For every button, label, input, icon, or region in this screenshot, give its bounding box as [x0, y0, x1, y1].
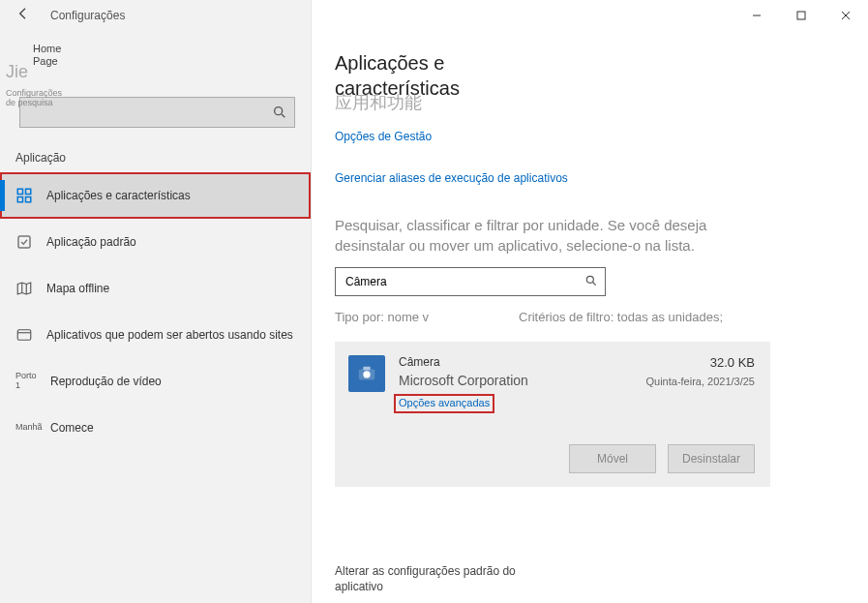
app-actions: Móvel Desinstalar [348, 444, 755, 473]
app-publisher: Microsoft Corporation [399, 373, 596, 388]
app-meta: Câmera Microsoft Corporation Opções avan… [399, 355, 596, 413]
svg-point-8 [586, 276, 593, 283]
section-header: Aplicação [0, 128, 311, 172]
sidebar: Configurações Jie Home Page Configuraçõe… [0, 0, 312, 603]
bottom-section: Alterar as configurações padrão do aplic… [335, 564, 839, 603]
websites-icon [15, 326, 33, 344]
svg-rect-6 [17, 330, 31, 341]
svg-rect-4 [26, 197, 31, 202]
svg-point-0 [275, 107, 283, 115]
app-name: Câmera [399, 355, 596, 369]
search-icon[interactable] [272, 105, 287, 120]
home-link[interactable]: Home Page [0, 31, 311, 72]
description-text: Pesquisar, classificar e filtrar por uni… [335, 215, 780, 256]
minimize-button[interactable] [734, 0, 779, 31]
default-icon [15, 233, 33, 251]
svg-rect-3 [17, 197, 22, 202]
app-size: 32.0 KB [610, 355, 755, 370]
content-pane: Aplicações e características 应用和功能 Opçõe… [312, 0, 868, 603]
filter-dropdown[interactable]: Critérios de filtro: todas as unidades; [519, 310, 723, 324]
nav-default-apps[interactable]: Aplicação padrão [0, 219, 311, 265]
window-title: Configurações [50, 9, 125, 22]
app-right: 32.0 KB Quinta-feira, 2021/3/25 [610, 355, 755, 413]
nav-apps-features[interactable]: Aplicações e características [0, 172, 311, 219]
svg-rect-11 [363, 367, 370, 371]
manage-options-link[interactable]: Opções de Gestão [335, 130, 432, 143]
nav-label: Comece [50, 421, 94, 435]
nav-label: Mapa offline [46, 282, 109, 295]
nav-prefix: Manhã [15, 423, 37, 433]
page-title: Aplicações e características [335, 50, 499, 101]
uninstall-button[interactable]: Desinstalar [668, 444, 755, 473]
filter-row: Tipo por: nome v Critérios de filtro: to… [335, 310, 839, 324]
app-date: Quinta-feira, 2021/3/25 [610, 376, 755, 387]
svg-rect-1 [17, 190, 22, 195]
manage-aliases-link[interactable]: Gerenciar aliases de execução de aplicat… [335, 171, 568, 185]
map-icon [15, 280, 33, 297]
search-icon[interactable] [584, 274, 598, 287]
nav-label: Aplicações e características [46, 189, 191, 202]
search-label: Configurações de pesquisa [6, 89, 74, 108]
app-search [335, 267, 606, 296]
close-button[interactable] [823, 0, 868, 31]
bottom-heading: Alterar as configurações padrão do aplic… [335, 564, 528, 594]
sidebar-search: Configurações de pesquisa [19, 97, 295, 128]
back-icon[interactable] [15, 6, 31, 25]
maximize-button[interactable] [779, 0, 823, 31]
app-search-input[interactable] [335, 267, 606, 296]
nav-label: Reprodução de vídeo [50, 375, 162, 388]
content-scroll[interactable]: Aplicações e características 应用和功能 Opçõe… [312, 31, 868, 603]
advanced-options-link[interactable]: Opções avançadas [394, 394, 494, 413]
settings-window: Configurações Jie Home Page Configuraçõe… [0, 0, 868, 603]
svg-rect-2 [26, 190, 31, 195]
app-card[interactable]: Câmera Microsoft Corporation Opções avan… [335, 342, 770, 487]
svg-rect-7 [797, 12, 805, 19]
camera-app-icon [348, 355, 385, 392]
nav-offline-maps[interactable]: Mapa offline [0, 265, 311, 312]
nav-prefix: Porto 1 [15, 372, 37, 391]
nav-startup[interactable]: Manhã Comece [0, 405, 311, 451]
move-button[interactable]: Móvel [569, 444, 656, 473]
svg-point-10 [363, 371, 370, 377]
titlebar-left: Configurações [0, 0, 311, 31]
app-row: Câmera Microsoft Corporation Opções avan… [348, 355, 755, 413]
sort-dropdown[interactable]: Tipo por: nome v [335, 310, 461, 324]
nav-video-playback[interactable]: Porto 1 Reprodução de vídeo [0, 358, 311, 405]
home-label: Home Page [33, 43, 61, 68]
nav-apps-websites[interactable]: Aplicativos que podem ser abertos usando… [0, 312, 311, 358]
nav-label: Aplicação padrão [46, 235, 136, 249]
svg-rect-5 [18, 236, 30, 248]
window-controls [312, 0, 868, 31]
apps-icon [15, 187, 33, 204]
nav-label: Aplicativos que podem ser abertos usando… [46, 328, 293, 342]
